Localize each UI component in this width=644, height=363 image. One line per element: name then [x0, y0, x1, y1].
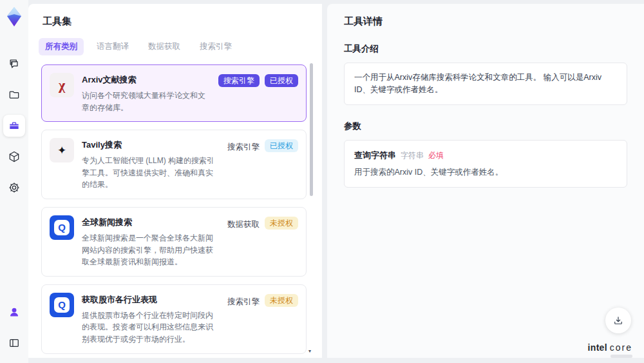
cube-icon	[8, 150, 21, 163]
tool-name: Arxiv文献搜索	[82, 74, 211, 86]
sidebar-item-files[interactable]	[3, 84, 25, 106]
tab-search-engine[interactable]: 搜索引擎	[193, 38, 238, 55]
scrollbar-thumb[interactable]	[310, 63, 313, 196]
auth-status-badge: 未授权	[265, 294, 298, 307]
download-button[interactable]	[605, 308, 631, 333]
download-icon	[612, 315, 624, 326]
arxiv-icon: χ	[50, 73, 74, 97]
news-q-icon: Q	[50, 215, 74, 240]
stock-q-icon: Q	[50, 293, 74, 317]
tab-data-fetch[interactable]: 数据获取	[142, 38, 187, 55]
intel-logo-sub-mark	[611, 355, 632, 358]
category-label: 搜索引擎	[227, 139, 260, 155]
tool-list: χ Arxiv文献搜索 访问各个研究领域大量科学论文和文章的存储库。 搜索引擎 …	[28, 63, 322, 358]
param-type: 字符串	[401, 150, 424, 161]
chat-icon	[8, 57, 21, 70]
tool-name: 全球新闻搜索	[82, 217, 220, 228]
tool-list-panel: 工具集 所有类别 语言翻译 数据获取 搜索引擎 χ Arxiv文献搜索 访问各个…	[28, 4, 322, 358]
sidebar-item-models[interactable]	[3, 146, 25, 168]
folder-icon	[8, 88, 21, 101]
tool-description: 专为人工智能代理 (LLM) 构建的搜索引擎工具。可快速提供实时、准确和真实的结…	[82, 155, 220, 191]
tool-name: 获取股市各行业表现	[82, 294, 220, 306]
toolbox-icon	[8, 119, 21, 132]
intro-text: 一个用于从Arxiv存储库搜索科学论文和文章的工具。 输入可以是Arxiv ID…	[344, 63, 627, 105]
auth-status-badge: 未授权	[265, 217, 298, 230]
tool-description: 访问各个研究领域大量科学论文和文章的存储库。	[82, 90, 211, 113]
auth-status-badge: 已授权	[265, 74, 298, 87]
tab-translation[interactable]: 语言翻译	[90, 38, 135, 55]
category-tabs: 所有类别 语言翻译 数据获取 搜索引擎	[39, 38, 313, 55]
tool-detail-panel: 工具详情 工具介绍 一个用于从Arxiv存储库搜索科学论文和文章的工具。 输入可…	[327, 4, 644, 358]
settings-icon	[8, 181, 21, 194]
category-label: 搜索引擎	[227, 294, 260, 310]
scrollbar[interactable]: ▾	[310, 63, 313, 351]
param-item: 查询字符串 字符串 必填 用于搜索的Arxiv ID、关键字或作者姓名。	[344, 140, 627, 188]
params-heading: 参数	[344, 121, 627, 132]
scrollbar-down-arrow[interactable]: ▾	[308, 348, 311, 354]
app-window: 工具集 所有类别 语言翻译 数据获取 搜索引擎 χ Arxiv文献搜索 访问各个…	[0, 0, 644, 363]
collapse-panel-icon	[8, 337, 21, 349]
tavily-spark-icon: ✦	[50, 138, 74, 162]
category-label: 数据获取	[227, 217, 260, 233]
intel-core-logo: intel core	[588, 342, 632, 353]
param-required-flag: 必填	[428, 150, 444, 161]
sidebar-item-chat[interactable]	[3, 53, 25, 75]
sidebar-item-tools[interactable]	[3, 115, 25, 137]
sidebar-item-collapse[interactable]	[3, 332, 25, 354]
tool-name: Tavily搜索	[82, 139, 220, 151]
param-name: 查询字符串	[354, 150, 396, 161]
tool-description: 全球新闻搜索是一个聚合全球各大新闻网站内容的搜索引擎，帮助用户快速获取全球最新资…	[82, 232, 220, 268]
intro-heading: 工具介绍	[344, 43, 627, 55]
tool-card-tavily[interactable]: ✦ Tavily搜索 专为人工智能代理 (LLM) 构建的搜索引擎工具。可快速提…	[41, 130, 307, 199]
category-badge: 搜索引擎	[218, 74, 260, 87]
auth-status-badge: 已授权	[265, 139, 298, 152]
sidebar-item-settings[interactable]	[3, 177, 25, 199]
sidebar	[0, 0, 28, 363]
tab-all-categories[interactable]: 所有类别	[39, 38, 84, 55]
tool-card-arxiv[interactable]: χ Arxiv文献搜索 访问各个研究领域大量科学论文和文章的存储库。 搜索引擎 …	[41, 64, 307, 122]
tool-description: 提供股票市场各个行业在特定时间段内的表现。投资者可以利用这些信息来识别表现优于或…	[82, 309, 220, 346]
tool-card-sector-performance[interactable]: Q 获取股市各行业表现 提供股票市场各个行业在特定时间段内的表现。投资者可以利用…	[41, 284, 307, 354]
page-title: 工具集	[28, 15, 322, 28]
user-icon	[8, 306, 21, 319]
detail-title: 工具详情	[344, 15, 627, 28]
app-logo-icon	[5, 6, 23, 27]
sidebar-item-profile[interactable]	[3, 301, 25, 323]
tool-card-global-news[interactable]: Q 全球新闻搜索 全球新闻搜索是一个聚合全球各大新闻网站内容的搜索引擎，帮助用户…	[41, 207, 307, 277]
param-description: 用于搜索的Arxiv ID、关键字或作者姓名。	[354, 167, 617, 178]
